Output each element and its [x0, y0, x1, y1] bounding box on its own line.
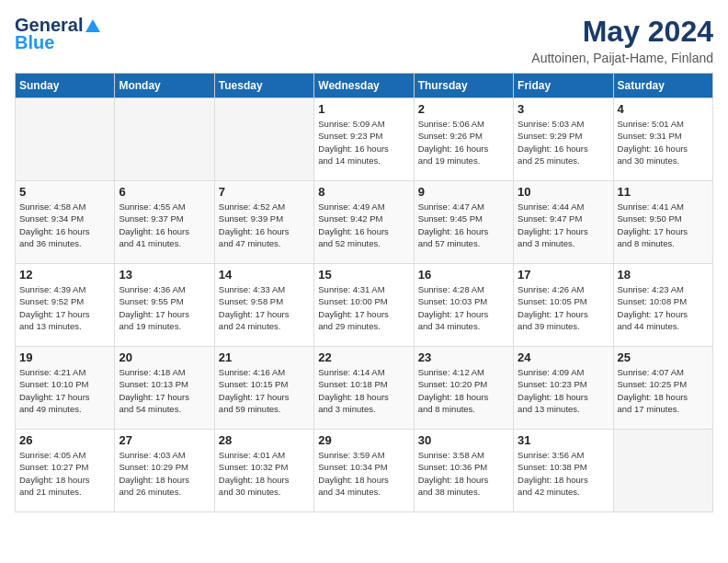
day-number: 25	[618, 350, 709, 364]
day-number: 18	[618, 268, 709, 282]
cell-info: Sunrise: 4:55 AM Sunset: 9:37 PM Dayligh…	[119, 201, 210, 249]
cell-info: Sunrise: 4:36 AM Sunset: 9:55 PM Dayligh…	[119, 283, 210, 332]
cell-info: Sunrise: 4:01 AM Sunset: 10:32 PM Daylig…	[219, 449, 310, 498]
svg-marker-0	[85, 19, 100, 32]
calendar-cell: 1Sunrise: 5:09 AM Sunset: 9:23 PM Daylig…	[314, 98, 414, 181]
calendar-week-row: 1Sunrise: 5:09 AM Sunset: 9:23 PM Daylig…	[16, 98, 713, 181]
cell-info: Sunrise: 4:44 AM Sunset: 9:47 PM Dayligh…	[518, 201, 609, 249]
weekday-header-wednesday: Wednesday	[314, 74, 414, 98]
logo-blue-text: Blue	[15, 32, 54, 53]
day-number: 29	[318, 433, 409, 447]
calendar-cell: 3Sunrise: 5:03 AM Sunset: 9:29 PM Daylig…	[514, 98, 613, 181]
cell-info: Sunrise: 4:33 AM Sunset: 9:58 PM Dayligh…	[219, 283, 310, 332]
day-number: 26	[19, 433, 110, 447]
calendar-cell: 31Sunrise: 3:56 AM Sunset: 10:38 PM Dayl…	[514, 430, 613, 512]
calendar-cell: 23Sunrise: 4:12 AM Sunset: 10:20 PM Dayl…	[414, 347, 513, 430]
day-number: 5	[19, 185, 110, 199]
month-title: May 2024	[531, 15, 713, 49]
calendar-cell: 27Sunrise: 4:03 AM Sunset: 10:29 PM Dayl…	[115, 430, 214, 512]
day-number: 7	[219, 185, 310, 199]
calendar-cell: 2Sunrise: 5:06 AM Sunset: 9:26 PM Daylig…	[414, 98, 513, 181]
cell-info: Sunrise: 3:56 AM Sunset: 10:38 PM Daylig…	[518, 449, 609, 498]
calendar-cell: 11Sunrise: 4:41 AM Sunset: 9:50 PM Dayli…	[613, 181, 712, 264]
cell-info: Sunrise: 4:47 AM Sunset: 9:45 PM Dayligh…	[418, 201, 509, 249]
day-number: 23	[418, 350, 509, 364]
calendar-cell: 20Sunrise: 4:18 AM Sunset: 10:13 PM Dayl…	[115, 347, 214, 430]
cell-info: Sunrise: 4:58 AM Sunset: 9:34 PM Dayligh…	[19, 201, 110, 249]
weekday-header-sunday: Sunday	[16, 74, 115, 98]
calendar-cell: 26Sunrise: 4:05 AM Sunset: 10:27 PM Dayl…	[16, 430, 115, 512]
calendar-week-row: 12Sunrise: 4:39 AM Sunset: 9:52 PM Dayli…	[16, 264, 713, 347]
day-number: 8	[318, 185, 409, 199]
day-number: 10	[518, 185, 609, 199]
cell-info: Sunrise: 4:16 AM Sunset: 10:15 PM Daylig…	[219, 366, 310, 415]
calendar-cell: 25Sunrise: 4:07 AM Sunset: 10:25 PM Dayl…	[613, 347, 712, 430]
cell-info: Sunrise: 4:52 AM Sunset: 9:39 PM Dayligh…	[219, 201, 310, 249]
calendar-week-row: 19Sunrise: 4:21 AM Sunset: 10:10 PM Dayl…	[16, 347, 713, 430]
cell-info: Sunrise: 4:05 AM Sunset: 10:27 PM Daylig…	[19, 449, 110, 498]
calendar-cell: 8Sunrise: 4:49 AM Sunset: 9:42 PM Daylig…	[314, 181, 414, 264]
cell-info: Sunrise: 4:31 AM Sunset: 10:00 PM Daylig…	[318, 283, 409, 332]
cell-info: Sunrise: 4:26 AM Sunset: 10:05 PM Daylig…	[518, 283, 609, 332]
calendar-cell: 21Sunrise: 4:16 AM Sunset: 10:15 PM Dayl…	[214, 347, 313, 430]
cell-info: Sunrise: 5:06 AM Sunset: 9:26 PM Dayligh…	[418, 118, 509, 167]
calendar-cell: 12Sunrise: 4:39 AM Sunset: 9:52 PM Dayli…	[16, 264, 115, 347]
day-number: 13	[119, 268, 210, 282]
cell-info: Sunrise: 4:07 AM Sunset: 10:25 PM Daylig…	[618, 366, 709, 415]
day-number: 31	[518, 433, 609, 447]
calendar-cell	[214, 98, 313, 181]
calendar-cell: 9Sunrise: 4:47 AM Sunset: 9:45 PM Daylig…	[414, 181, 513, 264]
weekday-header-monday: Monday	[115, 74, 214, 98]
day-number: 17	[518, 268, 609, 282]
weekday-header-row: SundayMondayTuesdayWednesdayThursdayFrid…	[16, 74, 713, 98]
cell-info: Sunrise: 3:59 AM Sunset: 10:34 PM Daylig…	[318, 449, 409, 498]
calendar-cell	[613, 430, 712, 512]
calendar-cell: 28Sunrise: 4:01 AM Sunset: 10:32 PM Dayl…	[214, 430, 313, 512]
cell-info: Sunrise: 4:18 AM Sunset: 10:13 PM Daylig…	[119, 366, 210, 415]
day-number: 30	[418, 433, 509, 447]
day-number: 27	[119, 433, 210, 447]
cell-info: Sunrise: 4:09 AM Sunset: 10:23 PM Daylig…	[518, 366, 609, 415]
calendar-cell: 22Sunrise: 4:14 AM Sunset: 10:18 PM Dayl…	[314, 347, 414, 430]
weekday-header-friday: Friday	[514, 74, 613, 98]
day-number: 19	[19, 350, 110, 364]
cell-info: Sunrise: 4:12 AM Sunset: 10:20 PM Daylig…	[418, 366, 509, 415]
calendar-week-row: 26Sunrise: 4:05 AM Sunset: 10:27 PM Dayl…	[16, 430, 713, 512]
calendar-cell: 5Sunrise: 4:58 AM Sunset: 9:34 PM Daylig…	[16, 181, 115, 264]
calendar-cell: 6Sunrise: 4:55 AM Sunset: 9:37 PM Daylig…	[115, 181, 214, 264]
day-number: 15	[318, 268, 409, 282]
cell-info: Sunrise: 4:28 AM Sunset: 10:03 PM Daylig…	[418, 283, 509, 332]
calendar-cell	[16, 98, 115, 181]
calendar-cell: 15Sunrise: 4:31 AM Sunset: 10:00 PM Dayl…	[314, 264, 414, 347]
calendar-cell: 30Sunrise: 3:58 AM Sunset: 10:36 PM Dayl…	[414, 430, 513, 512]
day-number: 6	[119, 185, 210, 199]
calendar-cell: 13Sunrise: 4:36 AM Sunset: 9:55 PM Dayli…	[115, 264, 214, 347]
calendar-cell: 14Sunrise: 4:33 AM Sunset: 9:58 PM Dayli…	[214, 264, 313, 347]
calendar-cell: 4Sunrise: 5:01 AM Sunset: 9:31 PM Daylig…	[613, 98, 712, 181]
weekday-header-saturday: Saturday	[613, 74, 712, 98]
logo-triangle-icon	[85, 17, 101, 34]
calendar-cell: 29Sunrise: 3:59 AM Sunset: 10:34 PM Dayl…	[314, 430, 414, 512]
day-number: 28	[219, 433, 310, 447]
cell-info: Sunrise: 4:23 AM Sunset: 10:08 PM Daylig…	[618, 283, 709, 332]
day-number: 24	[518, 350, 609, 364]
day-number: 21	[219, 350, 310, 364]
cell-info: Sunrise: 5:09 AM Sunset: 9:23 PM Dayligh…	[318, 118, 409, 167]
calendar-cell: 24Sunrise: 4:09 AM Sunset: 10:23 PM Dayl…	[514, 347, 613, 430]
calendar-cell: 19Sunrise: 4:21 AM Sunset: 10:10 PM Dayl…	[16, 347, 115, 430]
weekday-header-thursday: Thursday	[414, 74, 513, 98]
cell-info: Sunrise: 4:21 AM Sunset: 10:10 PM Daylig…	[19, 366, 110, 415]
day-number: 4	[618, 102, 709, 116]
weekday-header-tuesday: Tuesday	[214, 74, 313, 98]
calendar-cell: 10Sunrise: 4:44 AM Sunset: 9:47 PM Dayli…	[514, 181, 613, 264]
calendar-cell	[115, 98, 214, 181]
location-text: Auttoinen, Paijat-Hame, Finland	[531, 51, 713, 65]
cell-info: Sunrise: 5:03 AM Sunset: 9:29 PM Dayligh…	[518, 118, 609, 167]
calendar-cell: 16Sunrise: 4:28 AM Sunset: 10:03 PM Dayl…	[414, 264, 513, 347]
day-number: 12	[19, 268, 110, 282]
cell-info: Sunrise: 4:49 AM Sunset: 9:42 PM Dayligh…	[318, 201, 409, 249]
day-number: 3	[518, 102, 609, 116]
day-number: 9	[418, 185, 509, 199]
day-number: 1	[318, 102, 409, 116]
title-area: May 2024 Auttoinen, Paijat-Hame, Finland	[531, 15, 713, 65]
